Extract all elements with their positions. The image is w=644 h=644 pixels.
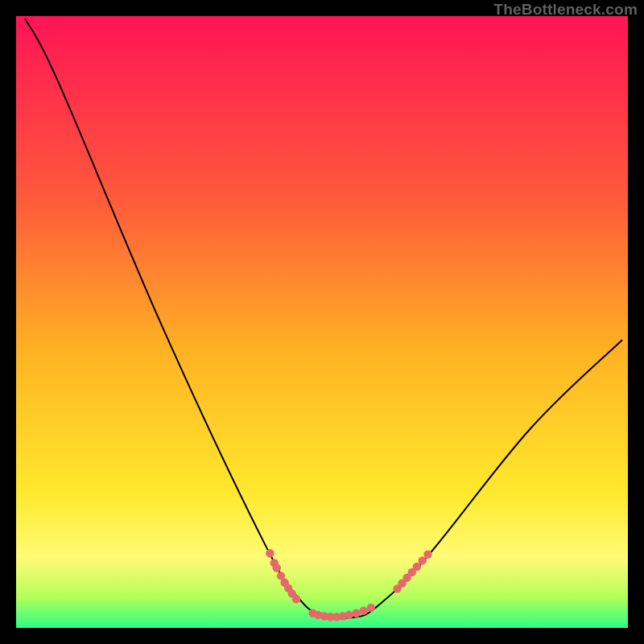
- data-point: [345, 611, 353, 619]
- watermark-text: TheBottleneck.com: [493, 2, 638, 17]
- data-point: [359, 607, 367, 615]
- data-point: [352, 609, 360, 617]
- data-point: [423, 551, 431, 559]
- chart-frame: TheBottleneck.com: [0, 0, 644, 644]
- data-point: [266, 549, 274, 557]
- data-point: [292, 595, 300, 603]
- plot-area: [16, 16, 628, 628]
- bottleneck-chart: [16, 16, 628, 628]
- data-point: [273, 564, 281, 572]
- gradient-background: [16, 16, 628, 628]
- data-point: [367, 604, 375, 612]
